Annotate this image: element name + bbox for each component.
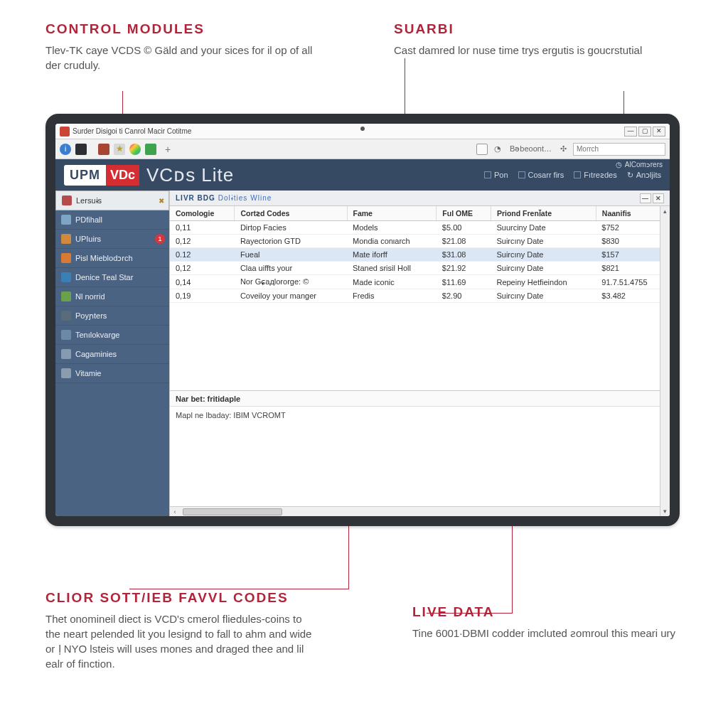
- table-cell: Staned srisil Holl: [347, 262, 437, 275]
- green-square-icon[interactable]: [145, 144, 156, 155]
- callout-live-data: LIVE DATA Tine 6001·DBMI codder imcluted…: [412, 604, 675, 641]
- sidebar-item-7[interactable]: Tenılokvarge: [55, 326, 169, 345]
- table-cell: Suurciny Date: [491, 221, 596, 235]
- panel-header-link[interactable]: Wline: [250, 194, 272, 202]
- sidebar-item-5[interactable]: Nl norrid: [55, 287, 169, 306]
- info-icon[interactable]: i: [60, 144, 71, 155]
- brand-link-cosarr[interactable]: Cosarr firs: [518, 171, 564, 179]
- scroll-left-arrow[interactable]: ‹: [170, 508, 180, 515]
- leader-line: [427, 613, 513, 614]
- panel-header: LIVR BDG Dolɨties Wline — ✕: [170, 191, 670, 206]
- leader-line: [512, 523, 513, 613]
- brand-bar: UPM VDс VCᴅѕ Lite Pon Cosarr firs Fıtreƨ…: [55, 159, 670, 191]
- table-row[interactable]: 0,11Dirtop FaciesModels$5.00Suurciny Dat…: [170, 221, 670, 235]
- app-icon: [60, 127, 70, 136]
- column-header[interactable]: Naanifis: [596, 206, 669, 221]
- table-cell: Made іconic: [347, 275, 437, 289]
- search-input[interactable]: [573, 143, 665, 156]
- brand-link-fitresdes[interactable]: Fıtreƨdes: [574, 171, 616, 180]
- sidebar-item-9[interactable]: Vitamie: [55, 364, 169, 383]
- sidebar-item-label: Tenılokvarge: [75, 331, 119, 339]
- brand-link-anoljits[interactable]: ↻Anɔljits: [627, 171, 661, 180]
- table-row[interactable]: 0,12Claa uiffts yourStaned srisil Holl$2…: [170, 262, 670, 275]
- main-panel: LIVR BDG Dolɨties Wline — ✕ ComologieCor…: [169, 191, 670, 516]
- sidebar-item-label: Vitamie: [75, 369, 101, 378]
- table-cell: $821: [596, 262, 669, 275]
- table-cell: Suircıny Date: [491, 262, 596, 275]
- table-row[interactable]: 0.12FuealMate iforff$31.08Suircıny Date$…: [170, 248, 670, 262]
- callout-control-modules: CONTROL MODULES Tlev-TK caye VCDS © Gäld…: [46, 21, 316, 73]
- sidebar-item-icon: [61, 234, 71, 244]
- table-cell: Coveiloy your manger: [235, 289, 347, 303]
- table-cell: $2.90: [437, 289, 491, 303]
- table-row[interactable]: 0,19Coveiloy your mangerFredis$2.90Suirc…: [170, 289, 670, 303]
- table-cell: 0,14: [170, 275, 235, 289]
- page-icon[interactable]: [476, 144, 488, 155]
- scroll-up-arrow[interactable]: ▴: [660, 206, 670, 216]
- red-square-icon[interactable]: [98, 144, 109, 155]
- sidebar-item-label: Рisl Mieblodɔrch: [75, 254, 133, 263]
- sidebar-item-8[interactable]: Cagaminies: [55, 345, 169, 364]
- horizontal-scrollbar[interactable]: ‹ ›: [170, 506, 670, 516]
- window-maximize-button[interactable]: ▢: [638, 127, 651, 136]
- column-header[interactable]: Priond Frenǐate: [491, 206, 596, 221]
- app-logo: UPM VDс VCᴅѕ Lite: [64, 164, 234, 186]
- lower-panel-body: Mapl ne Ibaday: IBIM VCROMT: [170, 407, 670, 506]
- panel-close-button[interactable]: ✕: [653, 193, 664, 203]
- sidebar-item-2[interactable]: UPIuirs1: [55, 230, 169, 249]
- scroll-thumb[interactable]: [183, 508, 282, 515]
- table-cell: $11.69: [437, 275, 491, 289]
- secure-icon: ◔: [492, 144, 503, 154]
- share-icon[interactable]: ✣: [558, 144, 569, 154]
- column-header[interactable]: Cortƨd Codes: [235, 206, 347, 221]
- refresh-icon: ↻: [627, 171, 633, 180]
- callout-fawl-codes: CLIOR SOTТ/IЕB FAVVL CODES Thet onominei…: [46, 590, 316, 671]
- star-icon[interactable]: ★: [114, 144, 125, 155]
- sidebar-item-0[interactable]: Lersuɨs✖: [55, 191, 169, 210]
- sidebar-item-4[interactable]: Denice Теal Star: [55, 268, 169, 287]
- monitor-frame: Surder Disigoi ti Canrol Macir Cotitme —…: [46, 114, 680, 526]
- column-header[interactable]: Comologie: [170, 206, 235, 221]
- lower-panel: Nar bet: fritidaple Mapl ne Ibaday: IBIM…: [170, 390, 670, 516]
- panel-minimize-button[interactable]: —: [640, 193, 651, 203]
- sidebar-item-icon: [62, 196, 72, 205]
- monitor-icon: [518, 171, 525, 178]
- table-cell: 91.7.51.4755: [596, 275, 669, 289]
- lower-panel-text: Mapl ne Ibaday: IBIM VCROMT: [176, 411, 286, 419]
- table-cell: Fredis: [347, 289, 437, 303]
- column-header[interactable]: Ful OME: [437, 206, 491, 221]
- callout-title: SUАRBІ: [394, 21, 642, 37]
- data-grid[interactable]: ComologieCortƨd CodesFameFul OMEPriond F…: [170, 206, 670, 303]
- sidebar-item-6[interactable]: Poyɲters: [55, 306, 169, 326]
- window-minimize-button[interactable]: —: [624, 127, 637, 136]
- sidebar-item-label: Denice Теal Star: [75, 273, 133, 282]
- sidebar-item-1[interactable]: PDfihall: [55, 210, 169, 230]
- table-cell: $830: [596, 235, 669, 248]
- callout-body: Cast damred lor nuse time trys ergutis i…: [394, 43, 642, 58]
- table-cell: 0.12: [170, 248, 235, 262]
- table-cell: Suircıny Date: [491, 235, 596, 248]
- vertical-scrollbar[interactable]: ▴ ▾: [660, 206, 670, 516]
- column-header[interactable]: Fame: [347, 206, 437, 221]
- scroll-down-arrow[interactable]: ▾: [660, 506, 670, 516]
- grid-icon: [574, 171, 581, 178]
- table-cell: $21.92: [437, 262, 491, 275]
- table-cell: $21.08: [437, 235, 491, 248]
- sidebar-item-3[interactable]: Рisl Mieblodɔrch: [55, 249, 169, 268]
- sidebar-item-label: UPIuirs: [75, 235, 101, 243]
- window-close-button[interactable]: ✕: [653, 127, 665, 136]
- sidebar-item-icon: [61, 368, 71, 378]
- close-icon[interactable]: ✖: [159, 197, 164, 205]
- callout-title: LIVE DATA: [412, 604, 675, 620]
- table-row[interactable]: 0,12Rayectorion GTDMondia conιarch$21.08…: [170, 235, 670, 248]
- account-link[interactable]: ◷ AlComɔrers: [616, 161, 663, 168]
- new-tab-button[interactable]: +: [161, 144, 175, 155]
- lower-panel-header: Nar bet: fritidaple: [170, 391, 670, 407]
- brand-link-pon[interactable]: Pon: [484, 171, 508, 179]
- dark-square-icon[interactable]: [75, 144, 87, 155]
- table-cell: Rayectorion GTD: [235, 235, 347, 248]
- table-cell: Mate iforff: [347, 248, 437, 262]
- table-row[interactable]: 0,14Nor Gɕaдlororge: ©Made іconic$11.69R…: [170, 275, 670, 289]
- table-cell: Claa uiffts your: [235, 262, 347, 275]
- chrome-icon[interactable]: [129, 144, 141, 155]
